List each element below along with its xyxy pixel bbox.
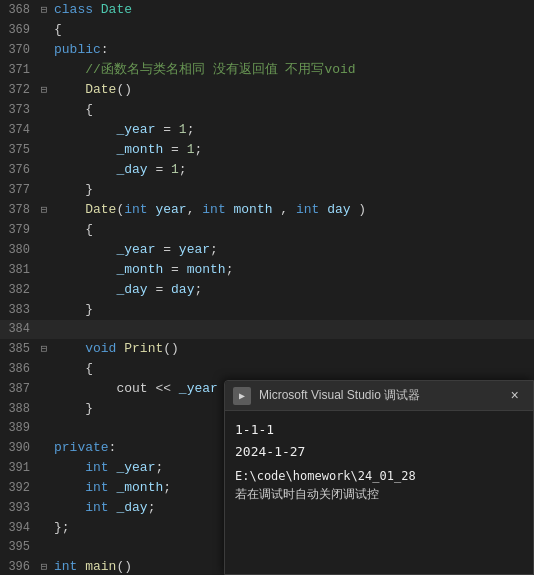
code-line: 376 _day = 1; <box>0 160 534 180</box>
console-output-line1: 1-1-1 <box>235 419 523 441</box>
line-number: 391 <box>0 459 38 478</box>
code-line: 374 _year = 1; <box>0 120 534 140</box>
line-number: 393 <box>0 499 38 518</box>
code-line: 385⊟ void Print() <box>0 339 534 359</box>
gutter-icon: ⊟ <box>38 201 50 220</box>
line-number: 376 <box>0 161 38 180</box>
line-number: 396 <box>0 558 38 575</box>
code-line: 375 _month = 1; <box>0 140 534 160</box>
line-content: { <box>50 100 534 119</box>
code-editor: 368⊟class Date369{370public:371 //函数名与类名… <box>0 0 534 575</box>
line-content: void Print() <box>50 339 534 358</box>
console-path: E:\code\homework\24_01_28 <box>235 467 523 485</box>
line-number: 382 <box>0 281 38 300</box>
line-number: 389 <box>0 419 38 438</box>
code-line: 373 { <box>0 100 534 120</box>
gutter-icon: ⊟ <box>38 81 50 100</box>
line-number: 394 <box>0 519 38 538</box>
line-content: _year = year; <box>50 240 534 259</box>
code-line: 372⊟ Date() <box>0 80 534 100</box>
line-content: //函数名与类名相同 没有返回值 不用写void <box>50 60 534 79</box>
line-number: 370 <box>0 41 38 60</box>
code-line: 368⊟class Date <box>0 0 534 20</box>
code-line: 384 <box>0 320 534 339</box>
code-line: 377 } <box>0 180 534 200</box>
line-content: } <box>50 300 534 319</box>
line-number: 374 <box>0 121 38 140</box>
code-line: 383 } <box>0 300 534 320</box>
line-content: class Date <box>50 0 534 19</box>
line-number: 388 <box>0 400 38 419</box>
line-number: 383 <box>0 301 38 320</box>
code-line: 381 _month = month; <box>0 260 534 280</box>
code-line: 369{ <box>0 20 534 40</box>
gutter-icon: ⊟ <box>38 558 50 575</box>
line-number: 368 <box>0 1 38 20</box>
gutter-icon: ⊟ <box>38 1 50 20</box>
line-number: 378 <box>0 201 38 220</box>
line-number: 381 <box>0 261 38 280</box>
console-title: Microsoft Visual Studio 调试器 <box>259 387 505 404</box>
line-content: _month = 1; <box>50 140 534 159</box>
line-number: 384 <box>0 320 38 339</box>
line-number: 390 <box>0 439 38 458</box>
code-line: 380 _year = year; <box>0 240 534 260</box>
gutter-icon: ⊟ <box>38 340 50 359</box>
line-number: 373 <box>0 101 38 120</box>
console-popup: ▶ Microsoft Visual Studio 调试器 × 1-1-1 20… <box>224 380 534 575</box>
line-number: 386 <box>0 360 38 379</box>
console-body: 1-1-1 2024-1-27 E:\code\homework\24_01_2… <box>225 411 533 511</box>
line-content: } <box>50 180 534 199</box>
code-line: 386 { <box>0 359 534 379</box>
line-content: _day = 1; <box>50 160 534 179</box>
line-number: 392 <box>0 479 38 498</box>
line-number: 385 <box>0 340 38 359</box>
line-content: _month = month; <box>50 260 534 279</box>
console-more-text: 若在调试时自动关闭调试控 <box>235 485 523 503</box>
line-content: _day = day; <box>50 280 534 299</box>
code-line: 371 //函数名与类名相同 没有返回值 不用写void <box>0 60 534 80</box>
line-content: _year = 1; <box>50 120 534 139</box>
line-number: 377 <box>0 181 38 200</box>
line-content: { <box>50 20 534 39</box>
code-line: 370public: <box>0 40 534 60</box>
console-close-button[interactable]: × <box>505 386 525 406</box>
line-number: 387 <box>0 380 38 399</box>
line-content: public: <box>50 40 534 59</box>
line-number: 380 <box>0 241 38 260</box>
line-content: { <box>50 220 534 239</box>
line-number: 395 <box>0 538 38 557</box>
code-line: 382 _day = day; <box>0 280 534 300</box>
line-number: 369 <box>0 21 38 40</box>
code-line: 379 { <box>0 220 534 240</box>
line-content: Date(int year, int month , int day ) <box>50 200 534 219</box>
line-number: 379 <box>0 221 38 240</box>
console-output-line2: 2024-1-27 <box>235 441 523 463</box>
line-number: 372 <box>0 81 38 100</box>
line-content: Date() <box>50 80 534 99</box>
code-line: 378⊟ Date(int year, int month , int day … <box>0 200 534 220</box>
line-content: { <box>50 359 534 378</box>
line-number: 371 <box>0 61 38 80</box>
console-app-icon: ▶ <box>233 387 251 405</box>
console-titlebar: ▶ Microsoft Visual Studio 调试器 × <box>225 381 533 411</box>
line-number: 375 <box>0 141 38 160</box>
